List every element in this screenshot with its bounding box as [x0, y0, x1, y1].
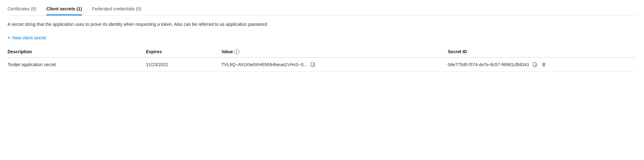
col-header-value: Value i: [221, 47, 448, 58]
row-description: Tooljet application secret: [8, 58, 146, 72]
svg-rect-3: [533, 62, 536, 66]
secrets-table: Description Expires Value i Secret ID To…: [8, 47, 636, 72]
row-expires: 11/23/2022: [146, 58, 221, 72]
col-header-description: Description: [8, 47, 146, 58]
tabs-bar: Certificates (0) Client secrets (1) Fede…: [8, 6, 636, 15]
row-secret-id-text: 0de775d0-f374-4e7e-8c57-96981cfb9341: [448, 62, 529, 67]
row-value: TVL8Q~AVzXtw9XHENNHbeuw1VHvS~0...: [221, 58, 448, 72]
delete-secret-button[interactable]: [541, 61, 547, 68]
tab-federated-credentials[interactable]: Federated credentials (0): [92, 6, 141, 15]
plus-icon: +: [8, 35, 10, 40]
table-header-row: Description Expires Value i Secret ID: [8, 47, 636, 58]
row-value-text: TVL8Q~AVzXtw9XHENNHbeuw1VHvS~0...: [221, 62, 307, 67]
svg-rect-1: [311, 62, 314, 66]
copy-secret-id-button[interactable]: [532, 61, 538, 68]
tab-certificates[interactable]: Certificates (0): [8, 6, 36, 15]
table-row: Tooljet application secret 11/23/2022 TV…: [8, 58, 636, 72]
value-info-icon: i: [234, 49, 239, 54]
description-text: A secret string that the application use…: [8, 21, 636, 28]
col-header-secret-id: Secret ID: [448, 47, 636, 58]
add-client-secret-button[interactable]: + New client secret: [8, 34, 46, 42]
copy-value-button[interactable]: [310, 61, 316, 68]
col-header-expires: Expires: [146, 47, 221, 58]
add-button-label: New client secret: [12, 35, 46, 40]
row-secret-id: 0de775d0-f374-4e7e-8c57-96981cfb9341: [448, 58, 636, 72]
tab-client-secrets[interactable]: Client secrets (1): [46, 6, 82, 15]
